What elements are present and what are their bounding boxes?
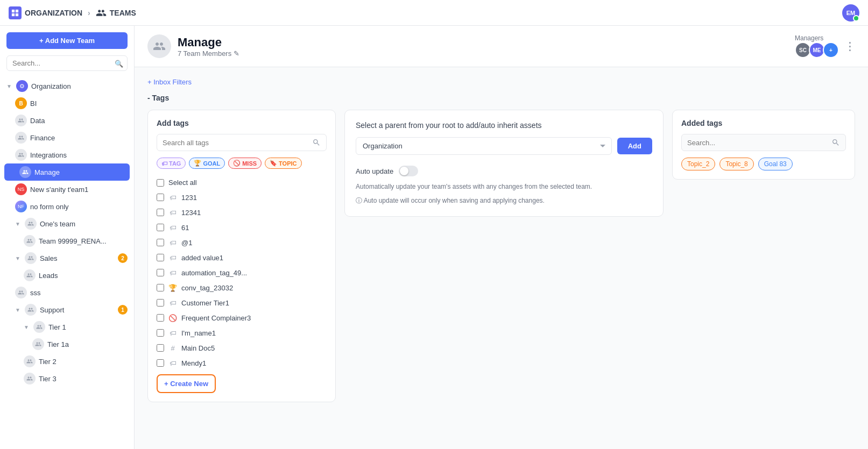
sidebar-item-ones-team[interactable]: ▼ One's team — [0, 215, 134, 232]
added-search-input[interactable] — [687, 139, 827, 147]
checkbox-conv-tag[interactable] — [157, 284, 164, 291]
sidebar-item-tier1[interactable]: ▼ Tier 1 — [0, 318, 134, 336]
user-avatar[interactable]: EM — [842, 4, 859, 22]
auto-update-label: Auto update — [356, 167, 393, 175]
sss-avatar — [15, 287, 27, 298]
top-nav: ORGANIZATION › TEAMS EM — [0, 0, 868, 26]
tags-section-toggle[interactable]: - Tags — [147, 94, 855, 102]
tag-list-item-im-name1[interactable]: 🏷 I'm_name1 — [157, 325, 327, 340]
sidebar-item-tier3[interactable]: Tier 3 — [0, 370, 134, 387]
teams-label: TEAMS — [110, 9, 136, 17]
tag-list-select-all[interactable]: Select all — [157, 175, 327, 190]
managers-area: Managers SC ME + — [795, 34, 839, 58]
org-label: ORGANIZATION — [25, 9, 82, 17]
checkbox-12341[interactable] — [157, 209, 164, 216]
tag-list-item-61[interactable]: 🏷 61 — [157, 220, 327, 235]
sidebar-item-integrations[interactable]: Integrations — [0, 146, 134, 163]
sidebar-item-support[interactable]: ▼ Support 1 — [0, 301, 134, 318]
sidebar-item-no-form[interactable]: NF no form only — [0, 198, 134, 215]
parent-select-dropdown[interactable]: Organization — [356, 137, 612, 155]
tags-search-icon — [312, 138, 321, 147]
sidebar-item-finance[interactable]: Finance — [0, 129, 134, 146]
sidebar-item-team99999[interactable]: Team 99999_RENA... — [0, 232, 134, 250]
tag-list-item-1231[interactable]: 🏷 1231 — [157, 190, 327, 205]
content-body: + Inbox Filters - Tags Add tags 🏷 TAG — [135, 67, 868, 413]
sidebar-item-organization[interactable]: ▼ ⚙ Organization — [0, 77, 134, 95]
checkbox-1231[interactable] — [157, 194, 164, 201]
checkbox-automation-tag[interactable] — [157, 269, 164, 276]
filter-chip-tag[interactable]: 🏷 TAG — [157, 158, 186, 169]
tag-list-item-main-doc5[interactable]: # Main Doc5 — [157, 340, 327, 355]
create-new-button[interactable]: + Create New — [157, 374, 216, 393]
support-badge: 1 — [118, 305, 128, 315]
add-tags-panel: Add tags 🏷 TAG 🏆 GOAL — [147, 110, 336, 402]
sidebar-search-icon: 🔍 — [115, 59, 123, 67]
checkbox-main-doc5[interactable] — [157, 344, 164, 352]
new-sanity-avatar: NS — [15, 183, 27, 195]
sidebar-item-manage[interactable]: Manage — [4, 163, 130, 181]
app-body: + Add New Team 🔍 ▼ ⚙ Organization B BI D… — [0, 26, 868, 449]
tag-list-item-added-value1[interactable]: 🏷 added value1 — [157, 250, 327, 265]
checkbox-customer-tier1[interactable] — [157, 299, 164, 307]
tag-list-item-12341[interactable]: 🏷 12341 — [157, 205, 327, 220]
checkbox-frequent-complainer[interactable] — [157, 314, 164, 322]
no-form-avatar: NF — [15, 201, 27, 212]
sidebar-item-tier2[interactable]: Tier 2 — [0, 353, 134, 370]
checkbox-at1[interactable] — [157, 239, 164, 246]
sales-badge: 2 — [118, 253, 128, 263]
manager-avatar-plus[interactable]: + — [823, 42, 839, 58]
more-options-button[interactable]: ⋮ — [844, 40, 855, 53]
team-icon — [147, 34, 171, 58]
filter-chip-goal[interactable]: 🏆 GOAL — [189, 158, 225, 169]
added-tags-list: Topic_2 Topic_8 Goal 83 — [681, 158, 846, 170]
tag-list-item-automation-tag[interactable]: 🏷 automation_tag_49... — [157, 265, 327, 280]
inbox-filters-toggle[interactable]: + Inbox Filters — [147, 78, 192, 86]
sidebar-item-label: Organization — [31, 82, 128, 90]
filter-chip-miss[interactable]: 🚫 MISS — [228, 158, 262, 169]
auto-update-toggle[interactable] — [399, 166, 418, 176]
edit-icon[interactable]: ✎ — [234, 49, 239, 58]
added-tag-topic8[interactable]: Topic_8 — [719, 158, 753, 170]
added-tag-topic2[interactable]: Topic_2 — [681, 158, 715, 170]
checkbox-added-value1[interactable] — [157, 254, 164, 261]
tag-icon-12341: 🏷 — [168, 208, 177, 217]
tag-list-item-at1[interactable]: 🏷 @1 — [157, 235, 327, 250]
sidebar-search-input[interactable] — [6, 55, 128, 71]
tag-icon-im-name1: 🏷 — [168, 329, 177, 337]
user-avatar-area: EM — [842, 4, 859, 22]
tag-list-item-customer-tier1[interactable]: 🏷 Customer Tier1 — [157, 295, 327, 310]
breadcrumb-separator: › — [88, 9, 90, 17]
tags-search-input[interactable] — [163, 139, 308, 147]
add-new-team-button[interactable]: + Add New Team — [6, 32, 128, 49]
content-header: Manage 7 Team Members ✎ Managers SC ME + — [135, 26, 868, 67]
tag-list-item-mendy1[interactable]: 🏷 Mendy1 — [157, 355, 327, 369]
tier1-avatar — [33, 321, 45, 333]
checkbox-61[interactable] — [157, 224, 164, 231]
add-tags-title: Add tags — [157, 119, 327, 127]
sidebar-item-new-sanity[interactable]: NS New s'anity t'eam1 — [0, 181, 134, 198]
added-search-icon — [831, 138, 840, 147]
sidebar-item-bi[interactable]: B BI — [0, 95, 134, 112]
sidebar-item-tier1a[interactable]: Tier 1a — [0, 336, 134, 353]
tag-list-item-conv-tag[interactable]: 🏆 conv_tag_23032 — [157, 280, 327, 295]
org-avatar: ⚙ — [16, 80, 28, 92]
added-tag-goal83[interactable]: Goal 83 — [758, 158, 793, 170]
tag-icon-mendy1: 🏷 — [168, 359, 177, 367]
checkbox-im-name1[interactable] — [157, 329, 164, 337]
sidebar-item-sales[interactable]: ▼ Sales 2 — [0, 250, 134, 267]
parent-section: Select a parent from your root to add/au… — [344, 110, 664, 217]
sidebar-item-sss[interactable]: sss — [0, 284, 134, 301]
checkbox-mendy1[interactable] — [157, 359, 164, 367]
sidebar-item-data[interactable]: Data — [0, 112, 134, 129]
svg-rect-1 — [16, 9, 18, 12]
svg-rect-3 — [16, 13, 18, 16]
teams-icon — [96, 8, 107, 18]
filter-chip-topic[interactable]: 🔖 TOPIC — [265, 158, 301, 169]
support-avatar — [25, 304, 37, 316]
add-button[interactable]: Add — [617, 138, 652, 154]
filter-chips: 🏷 TAG 🏆 GOAL 🚫 MISS 🔖 — [157, 158, 327, 169]
select-all-checkbox[interactable] — [157, 179, 164, 187]
tag-icon-automation-tag: 🏷 — [168, 268, 177, 277]
tag-list-item-frequent-complainer[interactable]: 🚫 Frequent Complainer3 — [157, 310, 327, 325]
sidebar-item-leads[interactable]: Leads — [0, 267, 134, 284]
